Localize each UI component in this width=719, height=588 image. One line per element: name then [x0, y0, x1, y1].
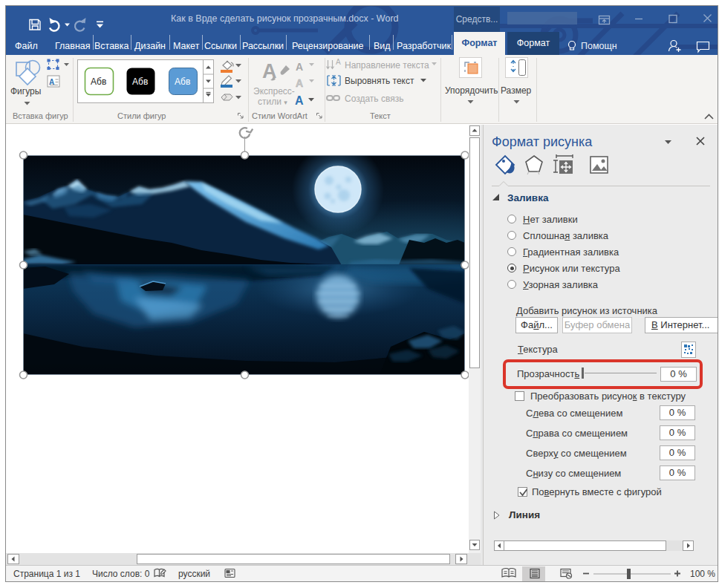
- svg-text:А: А: [295, 94, 304, 107]
- svg-text:Абв: Абв: [91, 76, 106, 87]
- svg-text:Абв: Абв: [175, 76, 190, 87]
- svg-text:А: А: [336, 58, 341, 66]
- svg-text:А: А: [296, 77, 303, 89]
- svg-text:Помощн: Помощн: [581, 41, 617, 51]
- svg-text:А: А: [296, 61, 303, 73]
- svg-text:Абв: Абв: [132, 76, 148, 87]
